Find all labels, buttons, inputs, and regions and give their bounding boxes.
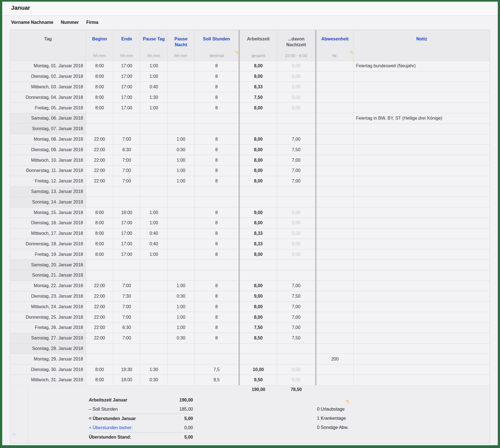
beginn-cell[interactable]: [86, 197, 113, 207]
pause-nacht-cell[interactable]: [167, 113, 195, 124]
beginn-cell[interactable]: 8:00: [86, 71, 113, 82]
pause-tag-cell[interactable]: [140, 323, 167, 333]
beginn-cell[interactable]: 22:00: [86, 134, 113, 145]
pause-nacht-cell[interactable]: [167, 207, 195, 218]
ende-cell[interactable]: 7:00: [113, 166, 140, 176]
beginn-cell[interactable]: 22:00: [86, 333, 113, 344]
pause-nacht-cell[interactable]: [167, 82, 195, 92]
ende-cell[interactable]: 17:00: [113, 228, 140, 239]
abwesenheit-cell[interactable]: [316, 228, 354, 239]
summary-line-label[interactable]: + Überstunden bisher:: [89, 425, 133, 430]
soll-cell[interactable]: 8: [195, 92, 239, 103]
ende-cell[interactable]: 17:00: [113, 92, 140, 103]
notiz-cell[interactable]: [354, 197, 490, 207]
soll-cell[interactable]: [195, 113, 239, 124]
abwesenheit-cell[interactable]: [316, 260, 354, 270]
pause-nacht-cell[interactable]: [167, 92, 195, 103]
abwesenheit-cell[interactable]: [316, 197, 354, 207]
pause-tag-cell[interactable]: 1:30: [140, 92, 167, 103]
soll-cell[interactable]: 8: [195, 145, 239, 155]
abwesenheit-cell[interactable]: [316, 344, 354, 354]
beginn-cell[interactable]: [86, 354, 113, 364]
beginn-cell[interactable]: [86, 270, 113, 281]
ende-cell[interactable]: 19:30: [113, 364, 140, 375]
notiz-cell[interactable]: [354, 166, 490, 176]
notiz-cell[interactable]: [354, 323, 490, 333]
ende-cell[interactable]: 17:00: [113, 71, 140, 82]
abwesenheit-cell[interactable]: [316, 103, 354, 113]
soll-cell[interactable]: 9,5: [195, 375, 239, 385]
notiz-cell[interactable]: [354, 291, 490, 302]
abwesenheit-cell[interactable]: [316, 281, 354, 291]
ende-cell[interactable]: 7:30: [113, 291, 140, 302]
beginn-cell[interactable]: 22:00: [86, 323, 113, 333]
beginn-cell[interactable]: 22:00: [86, 166, 113, 176]
ende-cell[interactable]: 7:00: [113, 333, 140, 344]
pause-tag-cell[interactable]: [140, 155, 167, 166]
abwesenheit-cell[interactable]: [316, 176, 354, 187]
ende-cell[interactable]: 17:00: [113, 61, 140, 71]
ende-cell[interactable]: 7:00: [113, 312, 140, 323]
soll-cell[interactable]: 8: [195, 302, 239, 312]
person-name-field[interactable]: Vorname Nachname: [11, 20, 53, 25]
beginn-cell[interactable]: [86, 344, 113, 354]
notiz-cell[interactable]: [354, 103, 490, 113]
pause-tag-cell[interactable]: [140, 166, 167, 176]
pause-tag-cell[interactable]: 0:30: [140, 375, 167, 385]
soll-cell[interactable]: 8: [195, 134, 239, 145]
abwesenheit-cell[interactable]: [316, 92, 354, 103]
soll-cell[interactable]: 8: [195, 82, 239, 92]
soll-cell[interactable]: [195, 197, 239, 207]
abwesenheit-cell[interactable]: [316, 291, 354, 302]
notiz-cell[interactable]: [354, 281, 490, 291]
abwesenheit-cell[interactable]: [316, 166, 354, 176]
ende-cell[interactable]: 7:00: [113, 134, 140, 145]
pause-nacht-cell[interactable]: 1:00: [167, 134, 195, 145]
ende-cell[interactable]: 6:30: [113, 145, 140, 155]
pause-nacht-cell[interactable]: 1:00: [167, 323, 195, 333]
ende-cell[interactable]: 18:00: [113, 207, 140, 218]
pause-nacht-cell[interactable]: 1:00: [167, 155, 195, 166]
pause-tag-cell[interactable]: 1:00: [140, 103, 167, 113]
ende-cell[interactable]: 7:00: [113, 302, 140, 312]
soll-cell[interactable]: [195, 344, 239, 354]
notiz-cell[interactable]: [354, 218, 490, 228]
pause-nacht-cell[interactable]: [167, 354, 195, 364]
pause-tag-cell[interactable]: [140, 187, 167, 197]
notiz-cell[interactable]: [354, 228, 490, 239]
ende-cell[interactable]: [113, 354, 140, 364]
soll-cell[interactable]: 8: [195, 249, 239, 260]
abwesenheit-cell[interactable]: [316, 312, 354, 323]
ende-cell[interactable]: 7:00: [113, 176, 140, 187]
pause-tag-cell[interactable]: [140, 354, 167, 364]
ende-cell[interactable]: [113, 260, 140, 270]
pause-tag-cell[interactable]: [140, 134, 167, 145]
pause-nacht-cell[interactable]: [167, 124, 195, 134]
notiz-cell[interactable]: [354, 260, 490, 270]
abwesenheit-cell[interactable]: [316, 323, 354, 333]
ende-cell[interactable]: [113, 124, 140, 134]
beginn-cell[interactable]: 22:00: [86, 176, 113, 187]
soll-cell[interactable]: 8: [195, 71, 239, 82]
pause-tag-cell[interactable]: [140, 281, 167, 291]
pause-tag-cell[interactable]: [140, 260, 167, 270]
person-number-field[interactable]: Nummer: [61, 20, 79, 25]
notiz-cell[interactable]: [354, 302, 490, 312]
column-header-pause-nacht[interactable]: Pause Nachthh:mm: [167, 30, 195, 61]
ende-cell[interactable]: 18:00: [113, 375, 140, 385]
abwesenheit-cell[interactable]: [316, 113, 354, 124]
abwesenheit-cell[interactable]: [316, 218, 354, 228]
beginn-cell[interactable]: 8:00: [86, 103, 113, 113]
pause-tag-cell[interactable]: 0:40: [140, 82, 167, 92]
ende-cell[interactable]: [113, 187, 140, 197]
soll-cell[interactable]: [195, 260, 239, 270]
summary-line-value[interactable]: 0,00: [184, 425, 193, 430]
column-header-ende[interactable]: Endehh:mm: [113, 30, 140, 61]
pause-tag-cell[interactable]: [140, 113, 167, 124]
pause-tag-cell[interactable]: 1:00: [140, 207, 167, 218]
pause-nacht-cell[interactable]: [167, 103, 195, 113]
pause-nacht-cell[interactable]: 1:00: [167, 302, 195, 312]
pause-nacht-cell[interactable]: [167, 260, 195, 270]
pause-nacht-cell[interactable]: 1:00: [167, 166, 195, 176]
ende-cell[interactable]: 7:00: [113, 155, 140, 166]
